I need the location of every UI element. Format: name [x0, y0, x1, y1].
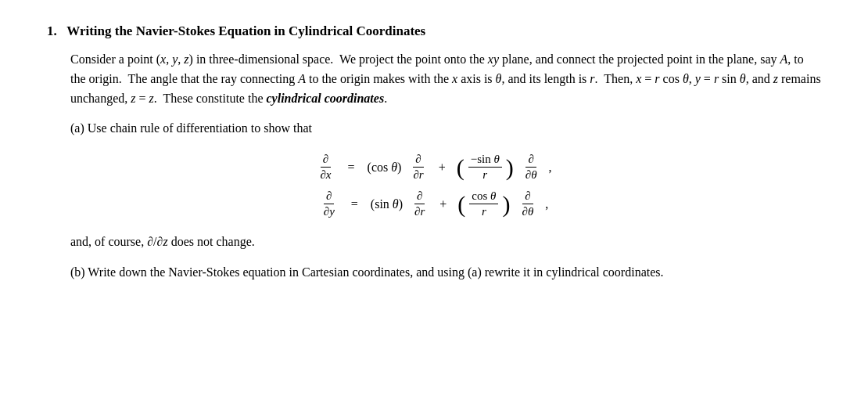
- comma1: ,: [549, 160, 552, 175]
- sin-theta: (sin θ): [371, 197, 403, 211]
- partial-theta-1: ∂ ∂θ: [523, 153, 540, 182]
- partial-r-2: ∂ ∂r: [412, 189, 427, 218]
- eq1: =: [343, 160, 360, 175]
- partial-y: ∂ ∂y: [321, 189, 337, 218]
- and-of-course: and, of course, ∂/∂z does not change.: [70, 233, 821, 252]
- math-row-1: ∂ ∂x = (cos θ) ∂ ∂r + ( −sin θ r ) ∂ ∂θ …: [316, 153, 551, 182]
- title-text: Writing the Navier-Stokes Equation in Cy…: [66, 23, 425, 38]
- cos-theta: (cos θ): [368, 160, 402, 175]
- comma2: ,: [545, 197, 548, 211]
- paren-group-1: ( −sin θ r ): [457, 153, 514, 182]
- partial-theta-2: ∂ ∂θ: [519, 189, 536, 218]
- section-number: 1.: [47, 23, 57, 38]
- paren-group-2: ( cos θ r ): [457, 189, 510, 218]
- plus2: +: [436, 197, 450, 211]
- eq2: =: [346, 197, 363, 211]
- section-title: 1. Writing the Navier-Stokes Equation in…: [47, 23, 821, 39]
- partial-r-1: ∂ ∂r: [411, 153, 425, 182]
- math-row-2: ∂ ∂y = (sin θ) ∂ ∂r + ( cos θ r ) ∂ ∂θ ,: [320, 189, 549, 218]
- intro-paragraph: Consider a point (x, y, z) in three-dime…: [70, 50, 821, 108]
- partial-x: ∂ ∂x: [317, 153, 333, 182]
- math-display: ∂ ∂x = (cos θ) ∂ ∂r + ( −sin θ r ) ∂ ∂θ …: [47, 153, 821, 218]
- part-b-label: (b) Write down the Navier-Stokes equatio…: [70, 263, 821, 283]
- plus1: +: [436, 160, 449, 175]
- part-a-label: (a) Use chain rule of differentiation to…: [70, 119, 821, 139]
